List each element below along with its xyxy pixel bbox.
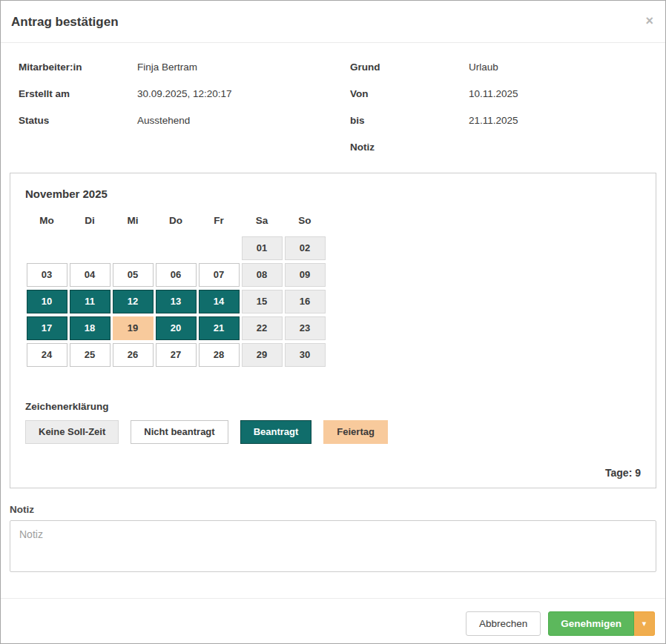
until-label: bis bbox=[350, 115, 469, 126]
legend-chip-holiday: Feiertag bbox=[323, 420, 388, 444]
reason-value: Urlaub bbox=[469, 62, 498, 73]
calendar-day[interactable]: 01 bbox=[242, 236, 283, 260]
created-label: Erstellt am bbox=[19, 88, 137, 99]
legend-chip-requested: Beantragt bbox=[240, 420, 312, 444]
legend-chip-not-requested: Nicht beantragt bbox=[131, 420, 228, 444]
legend-chip-no-soll: Keine Soll-Zeit bbox=[25, 420, 119, 444]
calendar-day[interactable]: 23 bbox=[285, 316, 326, 340]
calendar-day[interactable]: 25 bbox=[70, 343, 111, 367]
detail-row-created: Erstellt am 30.09.2025, 12:20:17 bbox=[19, 80, 333, 107]
note-section: Notiz bbox=[10, 504, 656, 575]
approve-dropdown-button[interactable]: ▾ bbox=[634, 611, 655, 636]
confirm-request-dialog: Antrag bestätigen × Mitarbeiter:in Finja… bbox=[0, 0, 666, 644]
calendar-day bbox=[70, 236, 111, 260]
created-value: 30.09.2025, 12:20:17 bbox=[137, 88, 232, 99]
cancel-button[interactable]: Abbrechen bbox=[466, 611, 541, 636]
calendar-day[interactable]: 17 bbox=[27, 316, 67, 340]
note-label: Notiz bbox=[10, 504, 656, 515]
weekday-header-row: Mo Di Mi Do Fr Sa So bbox=[25, 210, 326, 230]
employee-value: Finja Bertram bbox=[137, 62, 197, 73]
calendar-day[interactable]: 03 bbox=[27, 263, 67, 287]
detail-row-reason: Grund Urlaub bbox=[350, 53, 656, 80]
calendar-day bbox=[27, 236, 67, 260]
calendar-day bbox=[113, 236, 154, 260]
calendar-day[interactable]: 09 bbox=[285, 263, 326, 287]
calendar-day[interactable]: 10 bbox=[27, 290, 67, 313]
weekday-label: Sa bbox=[256, 215, 268, 226]
status-label: Status bbox=[19, 115, 137, 126]
approve-button[interactable]: Genehmigen bbox=[548, 611, 634, 636]
calendar-day[interactable]: 02 bbox=[285, 236, 326, 260]
weekday-label: Mo bbox=[39, 215, 54, 226]
calendar-day[interactable]: 30 bbox=[285, 343, 326, 367]
calendar-day[interactable]: 18 bbox=[70, 316, 111, 340]
details-left-column: Mitarbeiter:in Finja Bertram Erstellt am… bbox=[10, 53, 333, 160]
reason-label: Grund bbox=[350, 62, 469, 73]
calendar-week: 01 02 bbox=[25, 236, 326, 260]
weekday-label: Mi bbox=[128, 215, 139, 226]
close-icon[interactable]: × bbox=[645, 14, 653, 27]
from-value: 10.11.2025 bbox=[469, 88, 518, 99]
status-value: Ausstehend bbox=[137, 115, 190, 126]
detail-row-note: Notiz bbox=[350, 133, 656, 160]
calendar-panel: November 2025 Mo Di Mi Do Fr Sa So 01 02… bbox=[10, 173, 656, 488]
calendar-day[interactable]: 19 bbox=[113, 316, 154, 340]
weekday-label: Do bbox=[169, 215, 182, 226]
note-input[interactable] bbox=[10, 520, 656, 572]
legend: Zeichenerklärung Keine Soll-Zeit Nicht b… bbox=[25, 401, 641, 444]
calendar-day[interactable]: 06 bbox=[156, 263, 197, 287]
detail-row-from: Von 10.11.2025 bbox=[350, 80, 656, 107]
details-right-column: Grund Urlaub Von 10.11.2025 bis 21.11.20… bbox=[333, 53, 656, 160]
legend-title: Zeichenerklärung bbox=[25, 401, 641, 412]
calendar-day[interactable]: 05 bbox=[113, 263, 154, 287]
caret-down-icon: ▾ bbox=[642, 619, 647, 628]
until-value: 21.11.2025 bbox=[469, 115, 518, 126]
calendar-day bbox=[199, 236, 240, 260]
calendar-day[interactable]: 21 bbox=[199, 316, 240, 340]
weekday-label: So bbox=[298, 215, 311, 226]
dialog-footer: Abbrechen Genehmigen ▾ bbox=[1, 598, 665, 644]
dialog-title: Antrag bestätigen bbox=[11, 15, 655, 30]
approve-split-button: Genehmigen ▾ bbox=[548, 611, 655, 636]
calendar-day bbox=[156, 236, 197, 260]
calendar-day[interactable]: 13 bbox=[156, 290, 197, 313]
calendar-day[interactable]: 04 bbox=[70, 263, 111, 287]
calendar-day[interactable]: 24 bbox=[27, 343, 67, 367]
calendar-week: 24 25 26 27 28 29 30 bbox=[25, 343, 326, 367]
calendar-day[interactable]: 16 bbox=[285, 290, 326, 313]
employee-label: Mitarbeiter:in bbox=[19, 62, 137, 73]
days-total: Tage: 9 bbox=[605, 467, 641, 479]
calendar-week: 03 04 05 06 07 08 09 bbox=[25, 263, 326, 287]
calendar-grid: 01 02 03 04 05 06 07 08 09 10 11 12 13 1… bbox=[25, 236, 641, 367]
calendar-day[interactable]: 28 bbox=[199, 343, 240, 367]
calendar-day[interactable]: 07 bbox=[199, 263, 240, 287]
calendar-day[interactable]: 11 bbox=[70, 290, 111, 313]
calendar-day[interactable]: 27 bbox=[156, 343, 197, 367]
calendar-week: 17 18 19 20 21 22 23 bbox=[25, 316, 326, 340]
calendar-week: 10 11 12 13 14 15 16 bbox=[25, 290, 326, 313]
calendar-day[interactable]: 15 bbox=[242, 290, 283, 313]
from-label: Von bbox=[350, 88, 469, 99]
note-detail-label: Notiz bbox=[350, 142, 469, 153]
calendar-month-title: November 2025 bbox=[25, 187, 641, 200]
dialog-header: Antrag bestätigen × bbox=[1, 1, 665, 43]
weekday-label: Di bbox=[85, 215, 95, 226]
calendar-day[interactable]: 14 bbox=[199, 290, 240, 313]
calendar-day[interactable]: 12 bbox=[113, 290, 154, 313]
calendar-day[interactable]: 29 bbox=[242, 343, 283, 367]
calendar-day[interactable]: 08 bbox=[242, 263, 283, 287]
calendar-day[interactable]: 20 bbox=[156, 316, 197, 340]
request-details: Mitarbeiter:in Finja Bertram Erstellt am… bbox=[1, 43, 665, 160]
calendar-day[interactable]: 22 bbox=[242, 316, 283, 340]
detail-row-until: bis 21.11.2025 bbox=[350, 107, 656, 133]
weekday-label: Fr bbox=[214, 215, 224, 226]
legend-chips: Keine Soll-Zeit Nicht beantragt Beantrag… bbox=[25, 420, 641, 444]
detail-row-employee: Mitarbeiter:in Finja Bertram bbox=[19, 53, 333, 80]
calendar-day[interactable]: 26 bbox=[113, 343, 154, 367]
detail-row-status: Status Ausstehend bbox=[19, 107, 333, 133]
